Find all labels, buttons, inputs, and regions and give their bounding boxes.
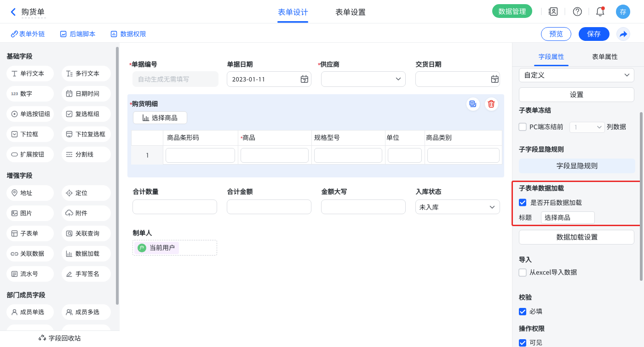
svg-text:123: 123 bbox=[11, 91, 18, 96]
